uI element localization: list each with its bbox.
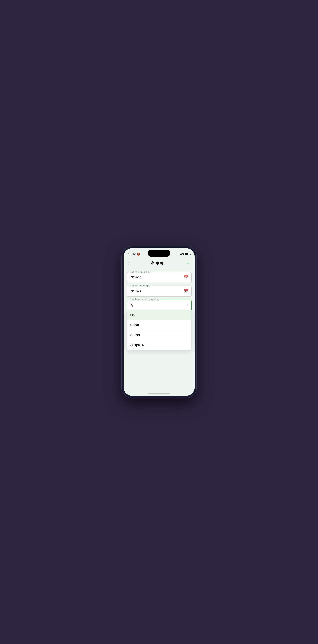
grouping-field: Համեմատման չոցանից Օր ∧ Օր Ամիս Տարի xyxy=(127,300,191,350)
dynamic-island xyxy=(148,250,170,256)
signal-bar-2 xyxy=(177,254,177,256)
grouping-dropdown-list: Օր Ամիս Տարի Շաբաթ xyxy=(127,310,191,350)
end-date-input[interactable]: 29/05/24 📅 xyxy=(127,286,191,296)
battery-icon xyxy=(185,253,190,256)
phone-frame: 10:12 🔕 4G ‹ Ֆիլտր xyxy=(122,246,196,398)
content-area: Սկզբի ամսաթիվ 13/05/24 📅 Վերջի ամսաթիվ 2… xyxy=(124,268,194,390)
page-title: Ֆիլտր xyxy=(151,260,164,266)
dropdown-option-month[interactable]: Ամիս xyxy=(127,320,191,330)
dropdown-option-week[interactable]: Շաբաթ xyxy=(127,340,191,350)
back-chevron-icon: ‹ xyxy=(128,261,129,265)
signal-bars-icon xyxy=(176,253,179,256)
dropdown-option-day-label: Օր xyxy=(130,313,135,317)
network-type: 4G xyxy=(180,252,184,256)
dropdown-option-year-label: Տարի xyxy=(130,333,140,337)
signal-bar-1 xyxy=(176,255,176,256)
start-date-calendar-icon: 📅 xyxy=(184,275,189,280)
dropdown-option-week-label: Շաբաթ xyxy=(130,343,144,347)
dropdown-option-day[interactable]: Օր xyxy=(127,310,191,320)
dropdown-option-year[interactable]: Տարի xyxy=(127,330,191,340)
home-indicator xyxy=(124,390,194,396)
notification-bell-icon: 🔕 xyxy=(137,252,140,256)
end-date-label: Վերջի ամսաթիվ xyxy=(129,284,151,287)
status-right: 4G xyxy=(176,252,190,256)
status-time: 10:12 xyxy=(128,252,136,256)
start-date-label: Սկզբի ամսաթիվ xyxy=(129,271,151,273)
end-date-field: Վերջի ամսաթիվ 29/05/24 📅 xyxy=(127,286,191,296)
dropdown-option-month-label: Ամիս xyxy=(130,323,139,327)
end-date-value: 29/05/24 xyxy=(130,290,141,293)
start-date-value: 13/05/24 xyxy=(130,276,141,279)
start-date-input[interactable]: 13/05/24 📅 xyxy=(127,272,191,283)
home-bar xyxy=(148,392,170,394)
grouping-dropdown-trigger[interactable]: Օր ∧ xyxy=(127,300,191,310)
chevron-up-icon: ∧ xyxy=(186,304,188,307)
battery-fill xyxy=(185,253,188,255)
signal-bar-3 xyxy=(178,254,178,256)
nav-bar: ‹ Ֆիլտր ✓ xyxy=(124,258,194,268)
confirm-button[interactable]: ✓ xyxy=(187,260,190,266)
end-date-calendar-icon: 📅 xyxy=(184,289,189,294)
grouping-selected-value: Օր xyxy=(130,304,134,307)
status-left: 10:12 🔕 xyxy=(128,252,140,256)
back-button[interactable]: ‹ xyxy=(128,261,129,265)
signal-bar-4 xyxy=(178,253,179,256)
status-bar: 10:12 🔕 4G xyxy=(124,248,194,258)
screen: 10:12 🔕 4G ‹ Ֆիլտր xyxy=(124,248,194,396)
start-date-field: Սկզբի ամսաթիվ 13/05/24 📅 xyxy=(127,272,191,283)
grouping-label: Համեմատման չոցանից xyxy=(129,298,160,301)
